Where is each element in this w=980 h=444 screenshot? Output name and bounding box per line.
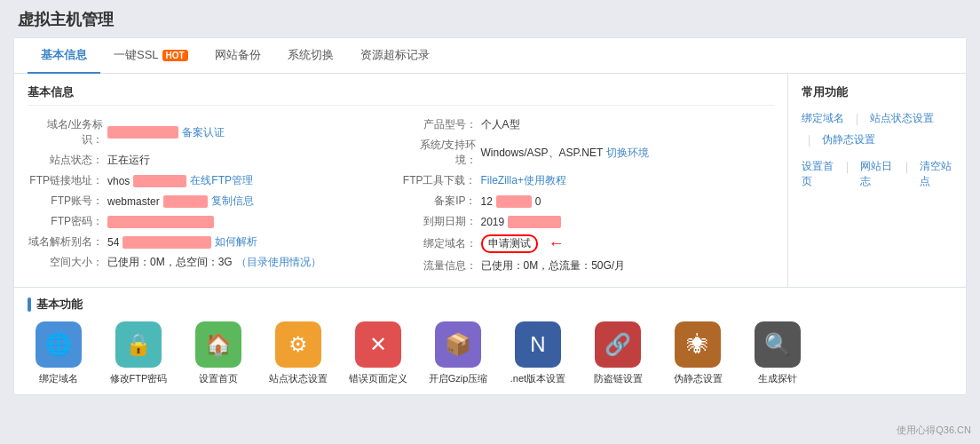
dns-alias-row: 域名解析别名： 54 如何解析 bbox=[28, 232, 401, 252]
func-bind-domain[interactable]: 绑定域名 bbox=[802, 111, 844, 127]
ftp-pwd-label: FTP密码： bbox=[28, 214, 107, 229]
dir-usage-link[interactable]: （目录使用情况） bbox=[236, 255, 321, 270]
ftp-addr-label: FTP链接地址： bbox=[28, 173, 107, 188]
tab-backup[interactable]: 网站备份 bbox=[202, 38, 274, 74]
space-size-label: 空间大小： bbox=[28, 255, 107, 270]
func-site-status[interactable]: 站点状态设置 bbox=[870, 111, 934, 127]
ftp-addr-row: FTP链接地址： vhos 在线FTP管理 bbox=[28, 170, 401, 191]
func-icon-set-home[interactable]: 🏠 设置首页 bbox=[187, 321, 249, 385]
domain-row: 域名/业务标识： 备案认证 bbox=[28, 115, 401, 150]
func-icon-label-error-page: 错误页面定义 bbox=[349, 372, 407, 385]
sys-env-row: 系统/支持环境： Windows/ASP、ASP.NET 切换环境 bbox=[401, 135, 775, 170]
switch-env-link[interactable]: 切换环境 bbox=[606, 146, 649, 161]
bind-domain-value: 申请测试 ← bbox=[481, 234, 565, 253]
beian-ip-redacted bbox=[496, 195, 532, 208]
func-icon-ftp-pwd[interactable]: 🔒 修改FTP密码 bbox=[107, 321, 170, 385]
func-icon-box-dotnet: N bbox=[515, 321, 561, 368]
func-icon-box-gzip: 📦 bbox=[435, 321, 481, 368]
how-resolve-link[interactable]: 如何解析 bbox=[215, 234, 257, 250]
func-icon-dotnet[interactable]: N .net版本设置 bbox=[507, 321, 569, 385]
site-status-label: 站点状态： bbox=[28, 153, 107, 168]
func-icon-box-site-status: ⚙ bbox=[275, 321, 321, 368]
product-model-value: 个人A型 bbox=[481, 117, 520, 132]
beian-ip-row: 备案IP： 120 bbox=[401, 191, 775, 211]
ftp-tool-label: FTP工具下载： bbox=[401, 173, 481, 188]
site-status-value: 正在运行 bbox=[107, 153, 150, 168]
ftp-tool-value: FileZilla+使用教程 bbox=[481, 173, 566, 188]
ftp-pwd-row: FTP密码： bbox=[28, 211, 401, 232]
func-icon-anti-steal[interactable]: 🔗 防盗链设置 bbox=[587, 321, 649, 385]
sys-env-label: 系统/支持环境： bbox=[401, 138, 481, 168]
ftp-addr-value: vhos 在线FTP管理 bbox=[107, 173, 253, 188]
ftp-pwd-value bbox=[107, 216, 214, 228]
traffic-row: 流量信息： 已使用：0M，总流量：50G/月 bbox=[401, 256, 775, 276]
ftp-account-label: FTP账号： bbox=[28, 194, 107, 209]
func-icon-label-dotnet: .net版本设置 bbox=[510, 372, 565, 385]
beian-ip-value: 120 bbox=[481, 195, 541, 208]
func-icon-box-generate-probe: 🔍 bbox=[755, 321, 801, 368]
func-icon-label-anti-steal: 防盗链设置 bbox=[594, 372, 643, 385]
arrow-annotation: ← bbox=[549, 234, 565, 253]
func-icon-gzip[interactable]: 📦 开启Gzip压缩 bbox=[427, 321, 489, 385]
expire-row: 到期日期： 2019 bbox=[401, 211, 775, 232]
func-icon-bind-domain[interactable]: 🌐 绑定域名 bbox=[28, 321, 90, 385]
bind-domain-label: 绑定域名： bbox=[401, 236, 481, 251]
expire-value: 2019 bbox=[481, 216, 562, 228]
copy-info-link[interactable]: 复制信息 bbox=[211, 194, 254, 209]
func-pseudo-static[interactable]: 伪静态设置 bbox=[822, 132, 875, 148]
dns-alias-label: 域名解析别名： bbox=[28, 234, 107, 250]
main-card: 基本信息 一键SSLHOT 网站备份 系统切换 资源超标记录 基本信息 域名/业… bbox=[13, 37, 967, 395]
left-panel: 基本信息 域名/业务标识： 备案认证 bbox=[14, 74, 788, 287]
ftp-pwd-redacted bbox=[107, 216, 214, 228]
basic-func-title: 基本功能 bbox=[28, 297, 952, 313]
beian-ip-label: 备案IP： bbox=[401, 194, 481, 209]
apply-test-circled: 申请测试 bbox=[481, 234, 538, 253]
info-grid: 域名/业务标识： 备案认证 站点状态： 正在运行 bbox=[28, 115, 774, 276]
product-model-label: 产品型号： bbox=[401, 117, 481, 132]
content-area: 基本信息 域名/业务标识： 备案认证 bbox=[14, 74, 966, 287]
filezilla-link[interactable]: FileZilla+使用教程 bbox=[481, 173, 566, 188]
func-icon-box-pseudo-static: 🕷 bbox=[675, 321, 721, 368]
info-col-left: 域名/业务标识： 备案认证 站点状态： 正在运行 bbox=[28, 115, 401, 276]
product-model-row: 产品型号： 个人A型 bbox=[401, 115, 775, 135]
func-set-home[interactable]: 设置首页 bbox=[802, 159, 834, 189]
func-icon-box-bind-domain: 🌐 bbox=[36, 321, 82, 368]
bind-domain-row: 绑定域名： 申请测试 ← bbox=[401, 232, 775, 256]
func-icon-label-bind-domain: 绑定域名 bbox=[39, 372, 78, 385]
func-links-row1: 绑定域名 ｜ 站点状态设置 ｜ 伪静态设置 bbox=[802, 111, 952, 148]
sys-env-value: Windows/ASP、ASP.NET 切换环境 bbox=[481, 146, 650, 161]
space-size-row: 空间大小： 已使用：0M，总空间：3G （目录使用情况） bbox=[28, 252, 401, 273]
expire-label: 到期日期： bbox=[401, 214, 481, 229]
right-panel: 常用功能 绑定域名 ｜ 站点状态设置 ｜ 伪静态设置 设置首页 ｜ 网站日志 ｜… bbox=[788, 74, 966, 287]
func-icon-generate-probe[interactable]: 🔍 生成探针 bbox=[747, 321, 809, 385]
domain-label: 域名/业务标识： bbox=[28, 117, 107, 147]
traffic-value: 已使用：0M，总流量：50G/月 bbox=[481, 258, 626, 274]
tab-basic[interactable]: 基本信息 bbox=[28, 38, 100, 74]
basic-info-title: 基本信息 bbox=[28, 84, 774, 106]
beian-link[interactable]: 备案认证 bbox=[182, 125, 225, 140]
online-ftp-link[interactable]: 在线FTP管理 bbox=[190, 173, 253, 188]
traffic-label: 流量信息： bbox=[401, 258, 481, 274]
func-icon-site-status[interactable]: ⚙ 站点状态设置 bbox=[267, 321, 329, 385]
func-icon-error-page[interactable]: ✕ 错误页面定义 bbox=[347, 321, 409, 385]
expire-redacted bbox=[508, 216, 561, 228]
func-clear-site[interactable]: 清空站点 bbox=[920, 159, 952, 189]
func-icon-label-pseudo-static: 伪静态设置 bbox=[674, 372, 723, 385]
space-size-value: 已使用：0M，总空间：3G （目录使用情况） bbox=[107, 255, 321, 270]
basic-func-section: 基本功能 🌐 绑定域名 🔒 修改FTP密码 🏠 设置首页 ⚙ 站点状态设置 ✕ … bbox=[14, 287, 966, 394]
func-icon-pseudo-static[interactable]: 🕷 伪静态设置 bbox=[667, 321, 729, 385]
func-links-row2: 设置首页 ｜ 网站日志 ｜ 清空站点 bbox=[802, 159, 952, 189]
tab-switch[interactable]: 系统切换 bbox=[274, 38, 347, 74]
tab-ssl[interactable]: 一键SSLHOT bbox=[100, 38, 202, 74]
ftp-tool-row: FTP工具下载： FileZilla+使用教程 bbox=[401, 170, 775, 191]
func-icon-label-ftp-pwd: 修改FTP密码 bbox=[110, 372, 168, 385]
tab-resource[interactable]: 资源超标记录 bbox=[347, 38, 443, 74]
func-site-log[interactable]: 网站日志 bbox=[860, 159, 893, 189]
ftp-account-row: FTP账号： webmaster 复制信息 bbox=[28, 191, 401, 211]
domain-redacted bbox=[107, 126, 178, 139]
site-status-row: 站点状态： 正在运行 bbox=[28, 150, 401, 170]
page-title: 虚拟主机管理 bbox=[13, 9, 967, 30]
domain-value: 备案认证 bbox=[107, 125, 225, 140]
func-icon-box-anti-steal: 🔗 bbox=[595, 321, 641, 368]
func-icon-label-gzip: 开启Gzip压缩 bbox=[429, 372, 488, 385]
